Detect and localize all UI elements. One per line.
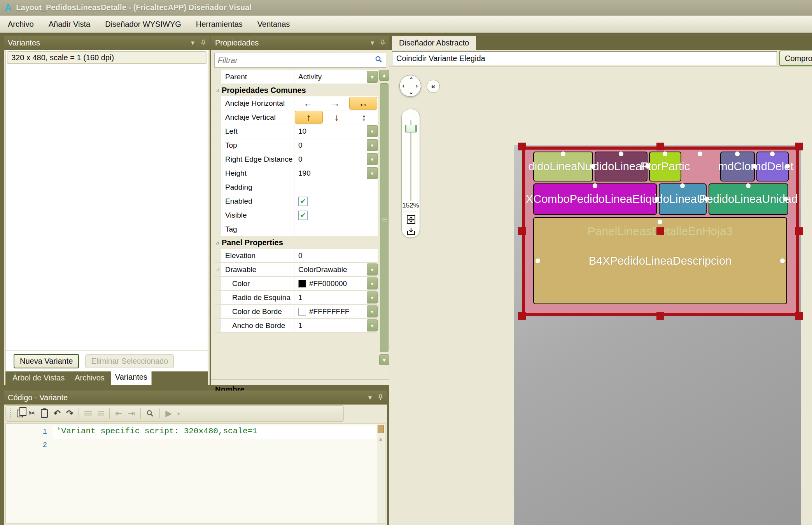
property-row-left: Left 10 ▾ <box>214 124 378 138</box>
menu-disenador-wysiwyg[interactable]: Diseñador WYSIWYG <box>105 20 181 29</box>
pan-up-icon[interactable]: ⌃ <box>409 76 414 83</box>
pin-icon[interactable] <box>378 394 383 401</box>
scroll-up-button[interactable]: ▲ <box>379 70 389 81</box>
scroll-down-button[interactable]: ▼ <box>379 354 389 365</box>
dropdown-button[interactable]: ▾ <box>367 153 378 165</box>
tab-variantes[interactable]: Variantes <box>111 371 152 385</box>
dropdown-button[interactable]: ▾ <box>367 305 378 317</box>
enabled-checkbox[interactable]: ✔ <box>298 197 308 206</box>
anchor-both-v-button[interactable]: ↕ <box>350 110 378 124</box>
import-layout-icon[interactable] <box>406 227 416 236</box>
filter-input[interactable] <box>218 56 375 65</box>
collapse-triangle-icon[interactable]: ⊿ <box>215 88 219 93</box>
resize-handle[interactable] <box>518 227 526 235</box>
copy-icon[interactable] <box>17 410 23 417</box>
toolbar-overflow-icon[interactable]: ▾ <box>177 411 180 417</box>
anchor-dot <box>735 152 740 156</box>
abstract-designer-canvas[interactable]: didoLineaNue didoLineaP PtorPartic mdClo… <box>389 67 812 525</box>
scrollbar-thumb[interactable] <box>380 83 388 352</box>
color-swatch[interactable] <box>298 280 306 288</box>
search-icon[interactable] <box>375 56 383 65</box>
indent-icon[interactable]: ⇥ <box>128 408 135 419</box>
tab-arbol-de-vistas[interactable]: Árbol de Vistas <box>9 372 68 385</box>
anchor-dot <box>680 183 685 188</box>
scroll-chevron-icon: ▲ <box>378 436 383 442</box>
anchor-top-button[interactable]: ↑ <box>295 111 323 124</box>
collapse-triangle-icon[interactable]: ⊿ <box>215 240 219 245</box>
toolbar-grip[interactable] <box>10 408 11 419</box>
zoom-slider: 152% <box>401 109 420 238</box>
property-scrollbar[interactable]: ▲ ▼ <box>379 70 389 365</box>
cut-icon[interactable]: ✂ <box>28 408 35 419</box>
property-group-comunes[interactable]: ⊿ Propiedades Comunes <box>214 84 378 96</box>
anchor-right-button[interactable]: → <box>322 96 349 110</box>
undo-icon[interactable]: ↶ <box>53 408 60 419</box>
propiedades-panel-title: Propiedades <box>215 38 259 47</box>
pin-icon[interactable] <box>201 40 206 46</box>
delete-selected-button[interactable]: Eliminar Seleccionado <box>85 354 174 368</box>
editor-scrollbar-thumb[interactable] <box>378 425 384 433</box>
canvas-pan-pad[interactable]: ⌃ ⌄ ‹ › <box>399 75 421 97</box>
variant-match-combo[interactable]: Coincidir Variante Elegida <box>392 51 777 65</box>
dropdown-button[interactable]: ▾ <box>367 125 378 137</box>
editor-scrollbar[interactable]: ▲ <box>377 424 385 523</box>
tab-disenador-abstracto[interactable]: Diseñador Abstracto <box>392 36 476 50</box>
dropdown-button[interactable]: ▾ <box>367 319 378 331</box>
resize-handle[interactable] <box>656 312 664 320</box>
menu-ventanas[interactable]: Ventanas <box>257 20 290 29</box>
anchor-left-button[interactable]: ← <box>294 96 322 110</box>
pin-icon[interactable] <box>380 40 385 46</box>
dropdown-button[interactable]: ▾ <box>367 291 378 303</box>
dropdown-button[interactable]: ▾ <box>367 139 378 151</box>
pan-right-icon[interactable]: › <box>416 82 418 89</box>
property-row-right-edge-distance: Right Edge Distance 0 ▾ <box>214 152 378 166</box>
anchor-bottom-button[interactable]: ↓ <box>323 110 350 124</box>
dropdown-button[interactable]: ▾ <box>367 263 378 276</box>
visible-checkbox[interactable]: ✔ <box>298 211 308 220</box>
panel-menu-caret-icon[interactable]: ▾ <box>191 38 194 47</box>
view-block-combo-etiqueta[interactable]: XComboPedidoLineaEtique <box>533 183 657 215</box>
search-code-icon[interactable] <box>146 410 154 417</box>
menu-herramientas[interactable]: Herramientas <box>196 20 243 29</box>
property-row-enabled: Enabled ✔ <box>214 194 378 208</box>
resize-handle[interactable] <box>795 143 803 150</box>
panel-menu-caret-icon[interactable]: ▾ <box>368 393 372 402</box>
panel-menu-caret-icon[interactable]: ▾ <box>371 38 374 47</box>
resize-handle[interactable] <box>795 227 803 235</box>
view-block-linea-unidad[interactable]: PedidoLineaUnidad <box>709 183 788 215</box>
resize-handle[interactable] <box>795 312 803 320</box>
zoom-slider-thumb[interactable] <box>405 125 417 133</box>
property-group-panel[interactable]: ⊿ Panel Properties <box>214 236 378 249</box>
variant-list-item[interactable]: 320 x 480, scale = 1 (160 dpi) <box>7 51 206 64</box>
collapse-panels-button[interactable]: « <box>427 80 440 93</box>
resize-handle[interactable] <box>518 312 526 320</box>
resize-handle[interactable] <box>656 143 664 150</box>
check-layout-button[interactable]: Comprobar <box>779 51 812 66</box>
dropdown-button[interactable]: ▾ <box>367 277 378 290</box>
format-list-icon[interactable] <box>84 411 92 416</box>
redo-icon[interactable]: ↷ <box>66 408 73 419</box>
anchor-both-button[interactable]: ↔ <box>349 97 377 110</box>
code-line-1[interactable]: 'Variant specific script: 320x480,scale=… <box>56 427 257 436</box>
outdent-icon[interactable]: ⇤ <box>115 408 122 419</box>
run-script-icon[interactable]: ▶ <box>165 408 172 419</box>
property-row-drawable: ⊿ Drawable ColorDrawable ▾ <box>214 263 378 277</box>
dropdown-button[interactable]: ▾ <box>367 167 378 179</box>
dropdown-button[interactable]: ▾ <box>367 71 378 83</box>
menu-archivo[interactable]: Archivo <box>8 20 34 29</box>
resize-handle[interactable] <box>656 227 664 235</box>
pan-down-icon[interactable]: ⌄ <box>409 89 414 96</box>
fit-to-screen-icon[interactable] <box>406 215 416 224</box>
paste-icon[interactable] <box>41 409 48 418</box>
collapse-triangle-icon[interactable]: ⊿ <box>216 267 220 272</box>
resize-handle[interactable] <box>518 143 526 150</box>
comment-block-icon[interactable] <box>98 411 104 416</box>
new-variant-button[interactable]: Nueva Variante <box>14 354 79 368</box>
variant-list: 320 x 480, scale = 1 (160 dpi) <box>5 50 208 351</box>
code-editor[interactable]: 1 2 'Variant specific script: 320x480,sc… <box>5 423 385 523</box>
menu-anadir-vista[interactable]: Añadir Vista <box>49 20 90 29</box>
pan-left-icon[interactable]: ‹ <box>402 82 404 89</box>
tab-archivos[interactable]: Archivos <box>71 372 108 385</box>
anchor-dot <box>785 164 790 169</box>
border-color-swatch[interactable] <box>298 308 306 316</box>
